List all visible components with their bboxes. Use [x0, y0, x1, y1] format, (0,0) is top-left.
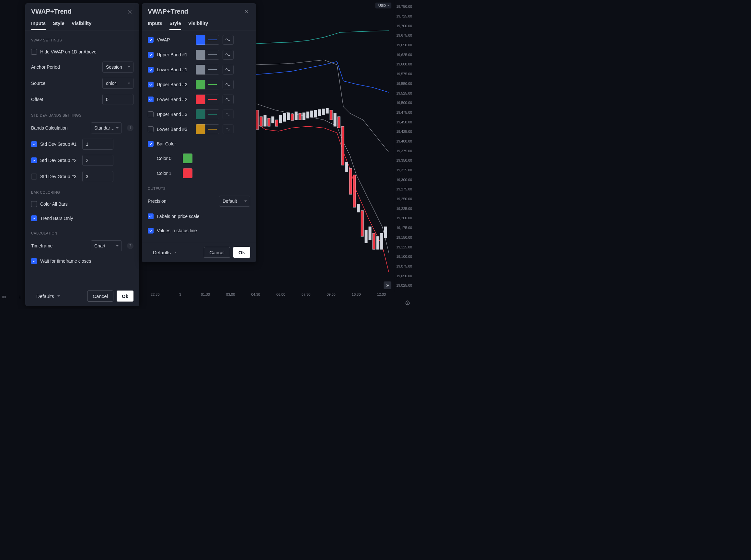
price-tick: 19,625.00: [396, 53, 412, 57]
checkbox-lb1[interactable]: [148, 67, 154, 73]
label-color-all: Color All Bars: [40, 201, 134, 207]
select-timeframe[interactable]: Chart: [91, 240, 122, 251]
time-tick: 09:00: [318, 293, 344, 299]
time-tick: 12:00: [369, 293, 394, 299]
price-tick: 19,075.00: [396, 265, 412, 268]
plot-style-lb3: [222, 124, 234, 134]
scroll-to-recent-button[interactable]: [383, 281, 391, 289]
checkbox-labels-price[interactable]: [148, 214, 154, 219]
label-bar-color: Bar Color: [157, 141, 250, 146]
checkbox-std2[interactable]: [31, 157, 37, 163]
tab-inputs[interactable]: Inputs: [148, 20, 162, 30]
checkbox-wait-close[interactable]: [31, 258, 37, 264]
close-icon: [244, 9, 250, 15]
svg-rect-31: [376, 236, 379, 249]
currency-selector[interactable]: USD: [376, 3, 391, 8]
checkbox-ub2[interactable]: [148, 82, 154, 87]
indicator-settings-dialog-style: VWAP+Trend Inputs Style Visibility VWAPU…: [142, 3, 256, 262]
price-tick: 19,125.00: [396, 245, 412, 249]
line-style-ub2[interactable]: [205, 80, 219, 89]
swatch-lb1[interactable]: [196, 65, 205, 75]
swatch-vwap[interactable]: [196, 35, 205, 45]
checkbox-std1[interactable]: [31, 141, 37, 147]
checkbox-ub3[interactable]: [148, 112, 154, 117]
help-icon[interactable]: ?: [127, 243, 134, 249]
cancel-button[interactable]: Cancel: [87, 291, 113, 302]
defaults-button[interactable]: Defaults: [148, 247, 179, 258]
swatch-color0[interactable]: [183, 154, 193, 163]
help-icon[interactable]: i: [127, 125, 134, 131]
swatch-ub1[interactable]: [196, 50, 205, 60]
close-button[interactable]: [243, 8, 250, 15]
plot-style-lb2[interactable]: [222, 95, 234, 104]
line-style-lb2[interactable]: [205, 95, 219, 104]
plot-style-ub2[interactable]: [222, 80, 234, 89]
checkbox-values-status[interactable]: [148, 228, 154, 234]
style-row-vwap: VWAP: [142, 33, 256, 47]
checkbox-lb3[interactable]: [148, 126, 154, 132]
line-style-vwap[interactable]: [205, 35, 219, 45]
cancel-button[interactable]: Cancel: [204, 247, 230, 258]
price-tick: 19,200.00: [396, 216, 412, 220]
input-std3[interactable]: 3: [82, 171, 113, 182]
label-timeframe: Timeframe: [31, 243, 87, 248]
tab-visibility[interactable]: Visibility: [72, 20, 91, 30]
line-style-ub3[interactable]: [205, 109, 219, 119]
section-outputs: OUTPUTS: [142, 181, 256, 193]
tab-style[interactable]: Style: [53, 20, 64, 30]
swatch-ub3[interactable]: [196, 109, 205, 119]
price-tick: 19,275.00: [396, 187, 412, 191]
plot-style-lb1[interactable]: [222, 65, 234, 75]
checkbox-ub1[interactable]: [148, 52, 154, 58]
label-color0: Color 0: [157, 156, 179, 161]
swatch-color1[interactable]: [183, 168, 193, 178]
input-offset[interactable]: 0: [102, 94, 134, 105]
checkbox-trend-only[interactable]: [31, 215, 37, 221]
select-source[interactable]: ohlc4: [102, 78, 134, 89]
plot-style-vwap[interactable]: [222, 35, 234, 45]
tab-visibility[interactable]: Visibility: [188, 20, 208, 30]
checkbox-std3[interactable]: [31, 174, 37, 179]
style-row-lb2: Lower Band #2: [142, 92, 256, 107]
close-button[interactable]: [126, 8, 134, 15]
line-style-lb1[interactable]: [205, 65, 219, 75]
price-tick: 19,150.00: [396, 236, 412, 239]
line-style-ub1[interactable]: [205, 50, 219, 60]
wave-icon: [225, 127, 231, 131]
select-bands-calc[interactable]: Standar…: [91, 122, 122, 134]
svg-point-34: [407, 302, 408, 303]
svg-rect-22: [341, 126, 344, 165]
line-style-lb3[interactable]: [205, 124, 219, 134]
tab-style[interactable]: Style: [170, 20, 181, 30]
label-color1: Color 1: [157, 171, 179, 176]
svg-rect-4: [272, 117, 274, 123]
svg-rect-27: [361, 211, 363, 236]
wave-icon: [225, 38, 231, 41]
plot-style-ub1[interactable]: [222, 50, 234, 60]
label-std3: Std Dev Group #3: [40, 174, 79, 179]
defaults-button[interactable]: Defaults: [31, 291, 62, 302]
input-std1[interactable]: 1: [82, 139, 113, 149]
input-std2[interactable]: 2: [82, 155, 113, 166]
style-row-ub3: Upper Band #3: [142, 107, 256, 122]
svg-rect-29: [369, 227, 371, 240]
label-std2: Std Dev Group #2: [40, 158, 79, 163]
checkbox-bar-color[interactable]: [148, 141, 154, 147]
label-ub2: Upper Band #2: [157, 82, 193, 87]
checkbox-hide-vwap[interactable]: [31, 49, 37, 55]
checkbox-lb2[interactable]: [148, 97, 154, 102]
select-anchor-period[interactable]: Session: [102, 62, 134, 73]
swatch-ub2[interactable]: [196, 80, 205, 89]
time-tick: 3: [168, 293, 193, 299]
tab-inputs[interactable]: Inputs: [31, 20, 46, 30]
ok-button[interactable]: Ok: [233, 247, 250, 258]
swatch-lb3[interactable]: [196, 124, 205, 134]
checkbox-color-all[interactable]: [31, 201, 37, 207]
price-tick: 19,025.00: [396, 284, 412, 287]
chart-settings-icon[interactable]: [404, 300, 411, 306]
swatch-lb2[interactable]: [196, 95, 205, 104]
select-precision[interactable]: Default: [219, 196, 250, 207]
time-tick: 01:30: [193, 293, 218, 299]
ok-button[interactable]: Ok: [117, 291, 134, 302]
checkbox-vwap[interactable]: [148, 37, 154, 43]
